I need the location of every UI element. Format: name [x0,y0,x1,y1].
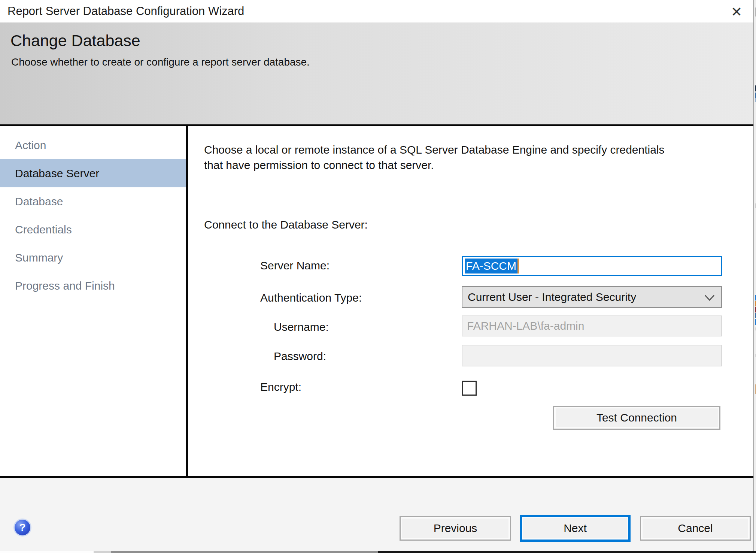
page-subtitle: Choose whether to create or configure a … [11,56,310,68]
chevron-down-icon [704,294,715,302]
server-name-label: Server Name: [260,259,330,272]
test-connection-button[interactable]: Test Connection [553,406,720,430]
encrypt-label: Encrypt: [260,381,301,393]
wizard-header: Change Database Choose whether to create… [0,22,753,126]
sidebar-item-database[interactable]: Database [0,187,186,215]
sidebar-item-credentials[interactable]: Credentials [0,215,186,244]
password-label: Password: [274,350,326,363]
username-value: FARHAN-LAB\fa-admin [467,320,584,332]
authentication-type-label: Authentication Type: [260,291,362,304]
main-panel: Choose a local or remote instance of a S… [188,126,753,476]
connect-section-label: Connect to the Database Server: [204,218,368,231]
help-icon[interactable]: ? [13,519,31,537]
cancel-button[interactable]: Cancel [640,516,751,541]
password-field [462,345,722,366]
wizard-steps-sidebar: Action Database Server Database Credenti… [0,126,188,476]
titlebar: Report Server Database Configuration Wiz… [0,0,756,22]
page-title: Change Database [10,31,140,50]
intro-text: Choose a local or remote instance of a S… [204,142,672,173]
sidebar-item-action[interactable]: Action [0,131,186,159]
close-icon[interactable]: ✕ [727,3,746,21]
footer-bar: ? Previous Next Cancel [0,476,756,551]
window-title: Report Server Database Configuration Wiz… [7,0,244,22]
sidebar-item-progress-and-finish[interactable]: Progress and Finish [0,272,186,300]
server-name-input[interactable]: FA-SCCM [462,256,722,276]
sidebar-item-summary[interactable]: Summary [0,244,186,272]
authentication-type-select[interactable]: Current User - Integrated Security [462,286,722,308]
text-caret [517,259,519,274]
encrypt-checkbox[interactable] [462,381,477,396]
username-label: Username: [274,321,329,333]
edge-artifact [0,551,94,553]
edge-artifact [378,551,756,553]
background-window-edge [753,0,756,553]
username-field: FARHAN-LAB\fa-admin [462,315,722,336]
authentication-type-value: Current User - Integrated Security [468,291,636,303]
wizard-window: Report Server Database Configuration Wiz… [0,0,756,553]
next-button[interactable]: Next [520,515,631,542]
edge-artifact [111,551,378,553]
edge-artifact [94,551,111,553]
previous-button[interactable]: Previous [400,516,511,541]
sidebar-item-database-server[interactable]: Database Server [0,159,186,187]
server-name-selected-text: FA-SCCM [465,259,517,274]
background-bottom-edge [0,551,756,553]
